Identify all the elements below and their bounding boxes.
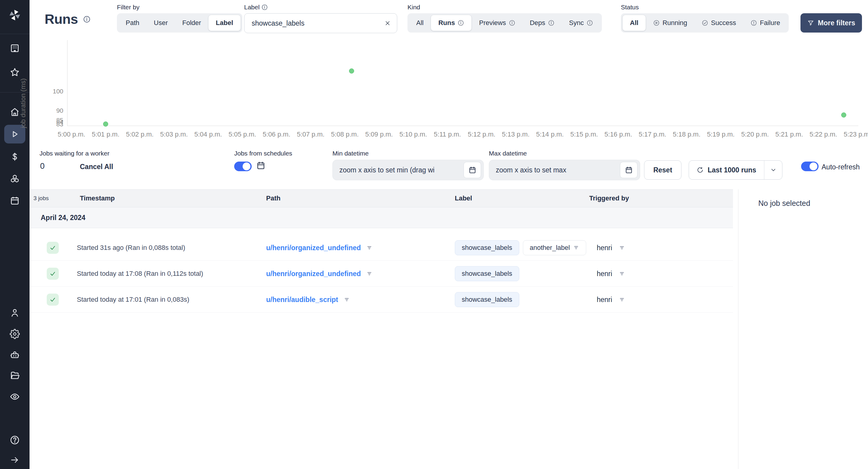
- x-tick-label: 5:14 p.m.: [536, 130, 564, 138]
- jobs-table-header: 3 jobs Timestamp Path Label Triggered by: [30, 189, 733, 207]
- sidebar-item-settings[interactable]: [0, 324, 30, 344]
- clear-label-icon[interactable]: [384, 20, 391, 27]
- job-labels: showcase_labels: [455, 292, 519, 307]
- chart-y-axis-line: [67, 40, 67, 126]
- y-tick-label: 100: [42, 88, 63, 95]
- kind-option-runs[interactable]: Runs: [431, 15, 472, 31]
- job-path-link[interactable]: u/henri/audible_script: [266, 295, 338, 304]
- label-filter-input[interactable]: [252, 19, 384, 27]
- x-tick-label: 5:06 p.m.: [263, 130, 290, 138]
- schedules-toggle[interactable]: [234, 162, 252, 171]
- sidebar-item-collapse[interactable]: [0, 450, 30, 469]
- runs-duration-chart[interactable]: job duration (ms) 100908584835:00 p.m.5:…: [0, 39, 868, 148]
- calendar-icon[interactable]: [464, 162, 481, 178]
- job-row[interactable]: Started today at 17:01 (Ran in 0,083s) u…: [30, 287, 733, 313]
- job-row[interactable]: Started today at 17:08 (Ran in 0,112s to…: [30, 261, 733, 287]
- label-chip[interactable]: another_label: [523, 240, 586, 255]
- label-chip: showcase_labels: [455, 292, 519, 307]
- x-tick-label: 5:00 p.m.: [58, 130, 85, 138]
- label-chip: showcase_labels: [455, 240, 519, 255]
- column-path: Path: [266, 190, 281, 207]
- help-circle-icon: [10, 435, 20, 445]
- x-tick-label: 5:16 p.m.: [604, 130, 632, 138]
- folder-icon: [10, 370, 20, 381]
- windmill-logo[interactable]: [0, 5, 30, 25]
- eye-icon: [10, 392, 20, 402]
- robot-icon: [10, 350, 20, 360]
- info-icon: [548, 20, 555, 26]
- runs-window-dropdown[interactable]: [764, 161, 782, 179]
- runs-window-select: Last 1000 runs: [689, 160, 782, 180]
- triggered-by-user: henri: [597, 295, 612, 304]
- x-tick-label: 5:22 p.m.: [809, 130, 837, 138]
- x-tick-label: 5:15 p.m.: [570, 130, 598, 138]
- x-tick-label: 5:13 p.m.: [502, 130, 530, 138]
- job-timestamp: Started 31s ago (Ran in 0,088s total): [77, 244, 185, 252]
- sidebar-item-help[interactable]: [0, 430, 30, 450]
- info-icon[interactable]: [83, 15, 91, 23]
- filter-icon[interactable]: [366, 270, 373, 277]
- x-tick-label: 5:11 p.m.: [434, 130, 461, 138]
- auto-refresh-toggle[interactable]: [801, 162, 818, 171]
- job-path-link[interactable]: u/henri/organized_undefined: [266, 244, 361, 252]
- triggered-by-user: henri: [597, 244, 612, 252]
- job-timestamp: Started today at 17:08 (Ran in 0,112s to…: [77, 270, 203, 278]
- refresh-runs-button[interactable]: Last 1000 runs: [689, 161, 764, 179]
- filter-icon[interactable]: [619, 270, 625, 277]
- filter-icon[interactable]: [344, 296, 350, 303]
- filter-by-option-user[interactable]: User: [147, 15, 175, 31]
- x-tick-label: 5:10 p.m.: [399, 130, 427, 138]
- max-datetime-label: Max datetime: [489, 150, 527, 157]
- cancel-all-button[interactable]: Cancel All: [80, 163, 113, 171]
- x-tick-label: 5:20 p.m.: [741, 130, 769, 138]
- job-data-point[interactable]: [841, 113, 846, 118]
- status-option-success[interactable]: Success: [694, 15, 743, 31]
- x-tick-label: 5:21 p.m.: [775, 130, 803, 138]
- sidebar-item-audit-logs[interactable]: [0, 387, 30, 406]
- min-datetime-field[interactable]: zoom x axis to set min (drag wi: [333, 160, 484, 180]
- kind-option-previews[interactable]: Previews: [472, 15, 522, 31]
- more-filters-button[interactable]: More filters: [801, 13, 862, 33]
- check-circle-icon: [702, 20, 708, 26]
- filter-icon[interactable]: [573, 245, 579, 251]
- info-icon: [587, 20, 593, 26]
- calendar-icon[interactable]: [256, 161, 266, 170]
- status-segmented: All Running Success Failure: [621, 13, 789, 33]
- x-tick-label: 5:07 p.m.: [297, 130, 324, 138]
- filter-by-option-path[interactable]: Path: [119, 15, 147, 31]
- max-datetime-field[interactable]: zoom x axis to set max: [489, 160, 640, 180]
- jobs-table-body: Started 31s ago (Ran in 0,088s total) u/…: [30, 228, 733, 313]
- filter-by-option-label[interactable]: Label: [208, 15, 241, 31]
- kind-option-all[interactable]: All: [409, 15, 431, 31]
- calendar-icon[interactable]: [620, 162, 638, 178]
- sidebar-item-resources[interactable]: [0, 169, 30, 189]
- sidebar-item-account[interactable]: [0, 303, 30, 322]
- reset-button[interactable]: Reset: [644, 160, 681, 180]
- column-timestamp: Timestamp: [80, 190, 115, 207]
- filter-by-option-folder[interactable]: Folder: [175, 15, 208, 31]
- sidebar-item-workers[interactable]: [0, 345, 30, 365]
- status-option-all[interactable]: All: [622, 15, 646, 31]
- status-option-running[interactable]: Running: [646, 15, 694, 31]
- filter-icon[interactable]: [619, 296, 625, 303]
- info-icon[interactable]: [261, 4, 268, 10]
- job-data-point[interactable]: [349, 68, 354, 73]
- job-path-link[interactable]: u/henri/organized_undefined: [266, 270, 361, 278]
- x-tick-label: 5:05 p.m.: [228, 130, 256, 138]
- kind-option-deps[interactable]: Deps: [523, 15, 562, 31]
- calendar-icon: [10, 196, 20, 206]
- no-job-selected-text: No job selected: [758, 199, 810, 208]
- x-tick-label: 5:17 p.m.: [639, 130, 666, 138]
- kind-option-sync[interactable]: Sync: [562, 15, 600, 31]
- status-option-failure[interactable]: Failure: [743, 15, 787, 31]
- filter-icon[interactable]: [619, 245, 625, 251]
- sidebar-item-variables[interactable]: [0, 147, 30, 166]
- filter-icon[interactable]: [366, 245, 373, 251]
- job-row[interactable]: Started 31s ago (Ran in 0,088s total) u/…: [30, 235, 733, 261]
- chart-y-axis-label: job duration (ms): [19, 79, 27, 128]
- x-tick-label: 5:02 p.m.: [126, 130, 154, 138]
- triggered-by-user: henri: [597, 270, 612, 278]
- sidebar-item-schedules[interactable]: [0, 191, 30, 210]
- x-tick-label: 5:09 p.m.: [365, 130, 393, 138]
- sidebar-item-folders[interactable]: [0, 366, 30, 385]
